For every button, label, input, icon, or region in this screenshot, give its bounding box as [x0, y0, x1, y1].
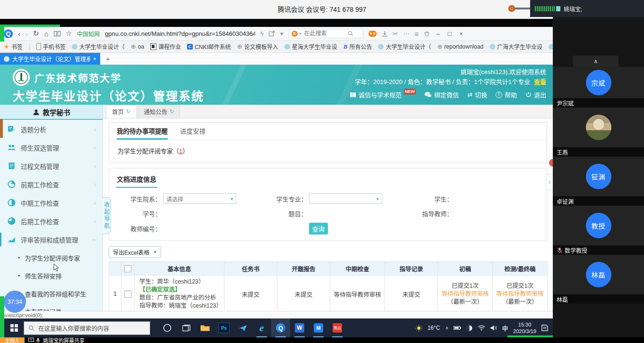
reading-mode-icon[interactable]	[54, 31, 60, 37]
refresh-icon[interactable]: ↻	[126, 109, 130, 115]
bookmark-item[interactable]: 手机书签	[36, 42, 66, 50]
select-all-checkbox[interactable]	[124, 265, 131, 272]
participant-tile[interactable]	[553, 108, 644, 147]
wps-button[interactable]: W	[290, 318, 309, 337]
row-checkbox[interactable]	[124, 291, 131, 298]
address-dropdown-icon[interactable]: ▾	[280, 30, 283, 37]
volume-icon[interactable]	[490, 325, 497, 331]
browser-logo-icon[interactable]: Q	[4, 29, 13, 38]
app-tray-icon[interactable]	[466, 325, 472, 331]
task-view-button[interactable]	[177, 318, 196, 337]
cortana-button[interactable]	[158, 318, 177, 337]
home-icon[interactable]: ⌂	[44, 30, 49, 38]
bookmark-item[interactable]: 大学生毕业设计（	[378, 42, 431, 50]
participant-tile[interactable]: 林磊	[553, 255, 644, 294]
collapse-nav-tab[interactable]: 收起导航	[103, 197, 111, 234]
teacher-id-input[interactable]	[163, 224, 236, 234]
view-link[interactable]: 查看	[534, 78, 546, 85]
refresh-icon[interactable]: ↻	[170, 109, 174, 115]
sidebar-item-late-check[interactable]: 后期工作检查 ›	[0, 212, 103, 230]
forward-icon[interactable]: ›	[26, 30, 28, 38]
bookmark-item[interactable]: CCNKI邮件系统	[187, 42, 231, 50]
draft-cell[interactable]: 已提交1次 等待指导教师审核 （最新一次）	[438, 276, 493, 311]
qq-browser-button[interactable]: Q	[271, 318, 290, 337]
logout-link[interactable]: 退出	[525, 90, 546, 99]
todo-item[interactable]: 为学生分配评阅专家（1）	[109, 140, 547, 163]
back-icon[interactable]: ‹	[18, 30, 20, 38]
search-icon[interactable]	[348, 31, 353, 36]
sidebar-item-early-check[interactable]: 前期工作检查 ›	[0, 175, 103, 193]
bookmark-item[interactable]: ⊕oa	[131, 43, 144, 50]
menu-icon[interactable]: ≡	[414, 30, 419, 38]
bolt-icon[interactable]: ϟ	[260, 30, 264, 37]
help-link[interactable]: ! 帮助	[496, 90, 517, 99]
screenshot-scissors-icon[interactable]: ✂	[393, 30, 398, 37]
search-engine-icon[interactable]: S	[292, 31, 298, 37]
share-page-icon[interactable]	[269, 31, 275, 36]
meeting-app-button[interactable]: M	[309, 318, 328, 337]
temperature[interactable]: 16°C	[428, 325, 440, 331]
tab-home[interactable]: 首页 ↻	[106, 105, 137, 118]
sidebar-item-review-defense[interactable]: 评审答辩和成绩管理 ›	[0, 230, 103, 249]
tab-schedule[interactable]: 进度安排	[180, 126, 206, 140]
bookmark-item[interactable]: 大学生毕业设计（	[72, 42, 125, 50]
sidebar-item-topic-analysis[interactable]: 选题分析 ›	[0, 120, 103, 138]
tab-my-todos[interactable]: 我的待办事项提醒	[117, 126, 168, 140]
sidebar-item-process-docs[interactable]: 过程文档管理 ›	[0, 157, 103, 175]
panel-collapse-button[interactable]: ∧	[573, 56, 618, 67]
bookmark-item[interactable]: ⊕reportdownload	[437, 43, 483, 50]
bookmark-item[interactable]: 广海大学生毕业设	[489, 42, 542, 50]
final-cell[interactable]: 已提交1次 等待指导教师审核 （最新一次）	[493, 276, 548, 311]
wifi-icon[interactable]	[478, 325, 485, 331]
collect-bag-icon[interactable]	[424, 31, 430, 36]
game-center-icon[interactable]	[369, 31, 377, 37]
topic-input[interactable]	[309, 208, 382, 218]
right-expander[interactable]: ›	[546, 174, 553, 191]
browser-tab-active[interactable]: 大学生毕业设计（论文）管理系统 ×	[0, 53, 100, 65]
bookmark-item[interactable]: 课程作业	[150, 42, 181, 50]
student-input[interactable]	[455, 193, 528, 204]
paperplane-app-button[interactable]	[233, 318, 252, 337]
bookmark-item[interactable]: B所有公告	[343, 42, 372, 50]
address-bar[interactable]: gpnu.co.cnki.net/Main.html?dp=gpnu&r=158…	[105, 30, 255, 37]
wechat-bind-link[interactable]: 绑定微信	[424, 90, 459, 99]
site-certificate-label[interactable]: 中国知网	[77, 30, 100, 38]
hotspot-app-button[interactable]: 热点	[328, 318, 347, 337]
switch-role-link[interactable]: ⇄ 切换	[467, 90, 487, 99]
advisor-input[interactable]	[455, 208, 528, 218]
student-id-input[interactable]	[163, 208, 236, 218]
file-explorer-button[interactable]	[196, 318, 215, 337]
tab-announcements[interactable]: 通知公告 ↻	[137, 105, 180, 118]
query-button[interactable]: 查询	[309, 223, 328, 234]
photoshop-button[interactable]: Ps	[215, 318, 233, 337]
taskbar-clock[interactable]: 15:30 2020/3/19	[513, 321, 536, 335]
bookmarks-root[interactable]: ★书签	[4, 42, 23, 50]
download-icon[interactable]	[382, 31, 388, 37]
taskbar-search[interactable]: 在这里输入你要搜索的内容	[24, 321, 150, 335]
bookmark-item[interactable]: ⊕论文模板导入	[237, 42, 278, 50]
bookmark-item[interactable]: 广二师大学	[549, 42, 553, 50]
major-select[interactable]: ▾	[309, 193, 382, 204]
dept-select[interactable]: 请选择▾	[163, 193, 236, 204]
maximize-icon[interactable]: □	[447, 30, 451, 37]
participant-tile[interactable]: 钲渊	[553, 157, 644, 196]
search-engine-caret-icon[interactable]: ▾	[300, 32, 301, 36]
tab-close-icon[interactable]: ×	[93, 56, 96, 62]
participant-tile[interactable]: 教授	[553, 206, 644, 245]
tray-expand-icon[interactable]: ∧	[445, 326, 448, 330]
sidebar-item-dual-select[interactable]: 师生双选管理 ›	[0, 138, 103, 157]
favorite-star-icon[interactable]: ☆	[66, 29, 72, 38]
sidebar-item-mid-check[interactable]: 中期工作检查 ›	[0, 193, 103, 212]
integrity-link[interactable]: 诚信与学术规范 NEW	[350, 90, 416, 99]
minimize-icon[interactable]: –	[436, 30, 439, 37]
close-icon[interactable]: ×	[459, 30, 463, 37]
sidebar-subitem-assign-reviewers[interactable]: • 为学生分配评阅专家	[0, 249, 103, 267]
bookmark-item[interactable]: 星海大学生毕业设	[284, 42, 337, 50]
toolbar-search[interactable]: S ▾	[289, 29, 363, 38]
more-tools-icon[interactable]: ⋯	[403, 30, 409, 37]
new-tab-icon[interactable]: +	[106, 53, 110, 65]
edge-button[interactable]: e	[252, 318, 271, 337]
refresh-icon[interactable]: ↻	[33, 29, 39, 38]
start-button[interactable]	[10, 324, 18, 332]
notification-center-icon[interactable]	[541, 325, 548, 331]
